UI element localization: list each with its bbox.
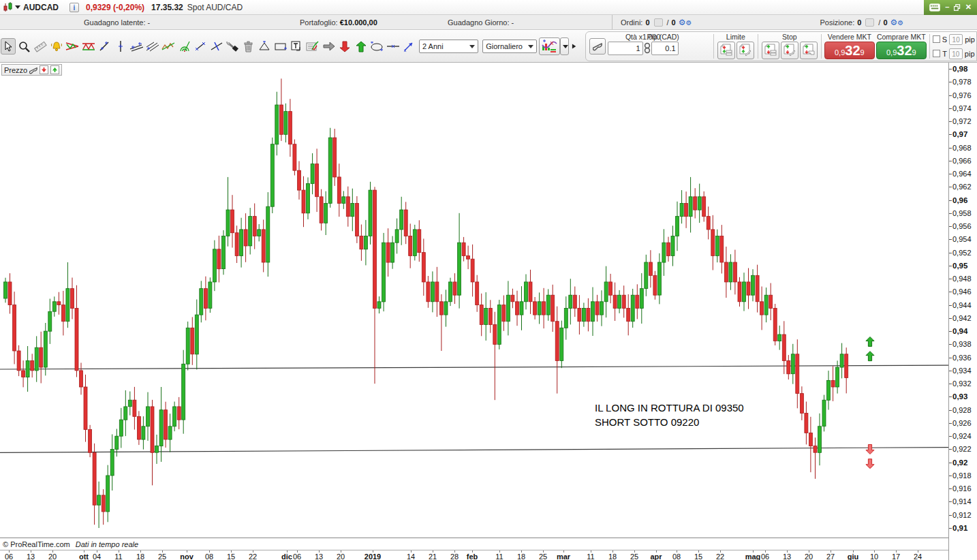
crossed-line-tool-button[interactable] <box>209 38 224 55</box>
price-axis-label: 0,934 <box>952 367 972 375</box>
time-axis-label: ott <box>79 553 89 560</box>
link-icon[interactable] <box>643 42 651 55</box>
annotation-line-2: SHORT SOTTO 09220 <box>595 415 744 429</box>
limit-order-button-2[interactable] <box>736 42 754 59</box>
trendline-tool-button[interactable] <box>97 38 112 55</box>
buy-price-big: 32 <box>897 42 912 59</box>
orders-list-button[interactable] <box>654 18 663 27</box>
symbol-dropdown-caret[interactable] <box>15 5 20 9</box>
alert-bell-button[interactable] <box>49 38 64 55</box>
panel-settings-wrench-icon[interactable] <box>29 66 37 74</box>
time-axis-label: 18 <box>517 553 525 560</box>
time-axis-label: 10 <box>870 553 878 560</box>
price-axis-tick <box>949 358 952 358</box>
price-axis-tick <box>949 292 952 292</box>
price-axis-tick <box>949 161 952 161</box>
ellipse-shape-button[interactable] <box>369 38 384 55</box>
panel-buy-button[interactable] <box>50 65 59 74</box>
price-axis-tick <box>949 239 952 240</box>
keyboard-icon[interactable] <box>929 3 940 12</box>
timeframe-value: Giornaliero <box>486 42 523 50</box>
buy-arrow-button[interactable] <box>354 38 369 55</box>
triangle-pattern-button[interactable] <box>65 38 80 55</box>
price-axis[interactable]: 0,980,9780,9760,9740,9720,970,9680,9660,… <box>948 63 977 560</box>
time-axis-label: 13 <box>315 553 323 560</box>
sell-price-prefix: 0,9 <box>835 48 845 57</box>
close-button[interactable]: ✕ <box>965 3 972 11</box>
vertical-line-tool-button[interactable] <box>113 38 128 55</box>
horizontal-segment-button[interactable] <box>386 38 401 55</box>
forward-arrow-button[interactable] <box>322 38 337 55</box>
price-axis-tick <box>949 436 952 437</box>
price-axis-label: 0,914 <box>952 497 972 505</box>
price-axis-tick <box>949 463 952 463</box>
range-dropdown[interactable]: 2 Anni <box>419 40 478 53</box>
stop-order-button-1[interactable] <box>762 42 779 59</box>
arrow-annotation-button[interactable] <box>401 38 416 55</box>
pip-input[interactable]: 0.1 <box>651 42 679 55</box>
text-tool-button[interactable] <box>290 38 305 55</box>
time-axis-label: 24 <box>914 553 922 560</box>
time-axis-label: mag <box>745 553 761 560</box>
sell-mkt-button[interactable]: 0,9329 <box>824 42 875 59</box>
restore-button[interactable] <box>954 4 961 11</box>
chart-style-button[interactable] <box>539 37 560 55</box>
chart-style-caret-button[interactable] <box>560 37 570 55</box>
segment-tool-button[interactable] <box>193 38 208 55</box>
stop-order-button-2[interactable] <box>781 42 798 59</box>
price-axis-label: 0,922 <box>952 445 972 453</box>
stop-checkbox[interactable] <box>933 35 940 43</box>
sell-arrow-button[interactable] <box>337 38 352 55</box>
triangle-shape-button[interactable] <box>258 38 273 55</box>
target-checkbox[interactable] <box>933 50 940 57</box>
orders-settings-icon[interactable]: ⚙⚙ <box>679 18 692 27</box>
zigzag-indicator-button[interactable] <box>161 38 176 55</box>
price-axis-tick <box>949 266 952 266</box>
price-axis-tick <box>949 488 952 489</box>
delete-tool-button[interactable] <box>241 38 256 55</box>
zigzag-pattern-button[interactable] <box>81 38 96 55</box>
parallel-lines-tool-button[interactable] <box>129 38 144 55</box>
timeframe-dropdown[interactable]: Giornaliero <box>482 40 537 53</box>
pointer-tool-button[interactable] <box>1 38 16 55</box>
price-axis-tick <box>949 174 952 174</box>
price-panel-tab[interactable]: Prezzo <box>1 64 62 76</box>
buy-mkt-button[interactable]: 0,9329 <box>876 42 927 59</box>
expand-panel-icon[interactable] <box>572 43 576 50</box>
limit-order-button-1[interactable] <box>717 42 735 59</box>
fibonacci-arcs-button[interactable] <box>177 38 192 55</box>
objects-settings-button[interactable] <box>226 38 241 55</box>
time-axis-label: 04 <box>93 553 101 560</box>
target-checkbox-label: T <box>942 50 947 58</box>
target-pips-input[interactable]: 10 <box>949 48 963 59</box>
price-axis-label: 0,93 <box>952 392 967 401</box>
minimize-button[interactable]: – <box>945 3 949 11</box>
pitchfork-tool-button[interactable] <box>145 38 160 55</box>
ruler-tool-button[interactable] <box>33 38 48 55</box>
info-button[interactable]: i <box>69 3 79 12</box>
rectangle-shape-button[interactable] <box>273 38 288 55</box>
price-axis-label: 0,978 <box>952 78 972 86</box>
indicator-list-button[interactable] <box>305 38 320 55</box>
day-gain-label: Guadagno Giorno: <box>448 18 510 27</box>
time-axis[interactable]: 061320ott04111825nov081522dic06132020191… <box>0 550 948 560</box>
buy-price-sup: 9 <box>912 48 916 57</box>
time-axis-label: 08 <box>672 553 681 560</box>
price-axis-label: 0,918 <box>952 471 972 480</box>
price-plot[interactable]: Prezzo IL LONG IN ROTTURA DI 09350 SHORT… <box>0 63 948 560</box>
trade-settings-button[interactable] <box>589 38 606 55</box>
zoom-tool-button[interactable] <box>17 38 32 55</box>
price-axis-label: 0,958 <box>952 209 972 217</box>
quantity-input[interactable]: 1 <box>608 42 643 55</box>
position-settings-icon[interactable]: ⚙⚙ <box>890 18 904 27</box>
price-axis-label: 0,912 <box>952 511 972 519</box>
position-list-button[interactable] <box>865 18 874 27</box>
trading-panel: Qtà x1.000 1 0.1 Pip (CAD) Limite <box>585 31 977 61</box>
stop-order-button-3[interactable] <box>800 42 818 59</box>
stop-pips-input[interactable]: 10 <box>949 34 963 45</box>
panel-sell-button[interactable] <box>40 65 48 74</box>
price-axis-label: 0,924 <box>952 432 972 440</box>
candlestick-chart[interactable] <box>0 63 948 560</box>
time-axis-label: 2019 <box>365 553 381 560</box>
chart-text-annotation[interactable]: IL LONG IN ROTTURA DI 09350 SHORT SOTTO … <box>595 401 744 429</box>
